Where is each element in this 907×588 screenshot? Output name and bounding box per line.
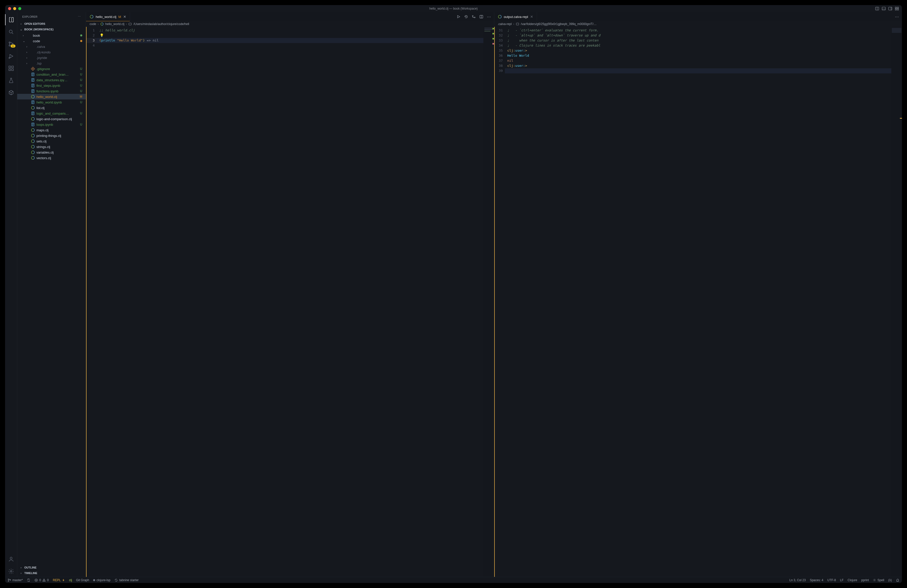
tree-file[interactable]: loops.ipynbU (17, 122, 86, 127)
section-open-editors[interactable]: ›OPEN EDITORS (17, 21, 86, 27)
tree-folder[interactable]: ›.clj-kondo (17, 49, 86, 55)
tree-file[interactable]: strings.clj (17, 144, 86, 149)
tree-file[interactable]: hello_world.ipynbU (17, 99, 86, 105)
activity-run[interactable] (5, 51, 17, 62)
layout-customize-icon[interactable] (895, 6, 899, 11)
tree-file[interactable]: vectors.clj (17, 155, 86, 161)
more-icon[interactable]: ⋯ (895, 14, 899, 19)
close-tab-icon[interactable]: ✕ (123, 15, 126, 19)
minimap[interactable] (891, 27, 902, 577)
tree-file[interactable]: list.clj (17, 105, 86, 111)
activity-scm[interactable]: 11 (5, 38, 17, 50)
file-name: maps.clj (37, 128, 77, 132)
file-icon (31, 150, 35, 154)
tree-folder[interactable]: ⌄code (17, 38, 86, 44)
tree-folder[interactable]: ›.calva (17, 44, 86, 49)
code-content[interactable]: ; - `ctrl+enter` evaluates the current f… (505, 27, 891, 577)
minimize-window-button[interactable] (13, 7, 16, 10)
tree-file[interactable]: maps.clj (17, 127, 86, 133)
code-editor-right[interactable]: 313233343536373839 ; - `ctrl+enter` eval… (494, 27, 902, 577)
breadcrumbs-left[interactable]: code› hello_world.clj› /Users/mindaslab/… (86, 21, 494, 27)
file-icon (27, 34, 31, 37)
code-content[interactable]: ;; hello_world.clj 💡 (println "Hello Wor… (97, 27, 483, 577)
section-outline[interactable]: ›OUTLINE (17, 565, 86, 570)
breadcrumbs-right[interactable]: .calva-repl› /var/folders/g6/25gg5f0x0r1… (494, 21, 902, 27)
tree-file[interactable]: variables.clj (17, 149, 86, 155)
section-timeline[interactable]: ›TIMELINE (17, 570, 86, 576)
tree-file[interactable]: logic-and-comparison.clj (17, 116, 86, 122)
activity-settings[interactable] (5, 566, 17, 577)
tree-file[interactable]: condition_and_bran…U (17, 72, 86, 77)
code-editor-left[interactable]: 1234 ;; hello_world.clj 💡 (println "Hell… (86, 27, 494, 577)
tree-file[interactable]: .gitignoreU (17, 66, 86, 72)
section-workspace[interactable]: ⌄BOOK (WORKSPACE) (17, 27, 86, 32)
activity-package[interactable] (5, 87, 17, 98)
svg-rect-7 (897, 7, 899, 8)
tree-file[interactable]: data_structures.ipy…U (17, 77, 86, 83)
zoom-window-button[interactable] (18, 7, 21, 10)
sidebar-more-icon[interactable]: ⋯ (78, 15, 81, 18)
file-name: variables.clj (37, 151, 77, 154)
svg-point-13 (9, 45, 10, 46)
tree-file[interactable]: functions.ipynbU (17, 88, 86, 94)
file-icon (31, 89, 35, 93)
tab-hello-world[interactable]: hello_world.clj M ✕ (86, 12, 130, 21)
status-item-right-7[interactable]: (λ) (888, 578, 892, 582)
status-git-graph[interactable]: Git Graph (76, 578, 89, 582)
close-tab-icon[interactable]: ✕ (530, 15, 533, 19)
status-bar: master*0 0REPL cljGit Graph clojure-lsp … (5, 577, 902, 583)
svg-rect-70 (129, 23, 131, 25)
file-status: M (79, 95, 82, 98)
tree-folder[interactable]: ›book (17, 33, 86, 38)
file-name: book (33, 34, 79, 37)
activity-search[interactable] (5, 26, 17, 37)
status-repl[interactable]: REPL (53, 578, 65, 582)
status-sync[interactable] (27, 578, 30, 582)
namespace-icon (128, 22, 132, 26)
activity-account[interactable] (5, 554, 17, 565)
file-name: condition_and_bran… (37, 73, 77, 77)
tree-folder[interactable]: ›.lsp (17, 61, 86, 66)
file-name: strings.clj (37, 145, 77, 149)
activity-test[interactable] (5, 75, 17, 86)
svg-rect-18 (9, 69, 11, 70)
minimap[interactable] (483, 27, 494, 577)
tree-file[interactable]: logic_and_comparis…U (17, 111, 86, 116)
more-icon[interactable]: ⋯ (487, 14, 491, 19)
status-item-right-8[interactable] (896, 578, 899, 582)
status-problems[interactable]: 0 0 (34, 578, 49, 582)
status-item-right-2[interactable]: UTF-8 (827, 578, 836, 582)
file-status: U (79, 89, 82, 93)
tree-file[interactable]: hello_world.cljM (17, 94, 86, 99)
file-status: U (79, 84, 82, 87)
tab-status: M (119, 15, 121, 19)
status-tabnine[interactable]: tabnine starter (114, 578, 139, 582)
tree-file[interactable]: sets.clj (17, 138, 86, 144)
activity-extensions[interactable] (5, 63, 17, 74)
file-name: functions.ipynb (37, 89, 77, 93)
tree-file[interactable]: printing-things.clj (17, 133, 86, 138)
activity-explorer[interactable] (5, 14, 17, 25)
status-item-right-6[interactable]: Spell (873, 578, 884, 582)
file-name: logic_and_comparis… (37, 112, 77, 115)
status-item-right-4[interactable]: Clojure (848, 578, 857, 582)
status-clj[interactable]: clj (69, 578, 72, 582)
layout-panel-icon[interactable] (875, 6, 879, 11)
layout-right-icon[interactable] (888, 6, 892, 11)
run-icon[interactable] (457, 15, 461, 19)
split-icon[interactable] (479, 15, 483, 19)
status-clojure-lsp[interactable]: clojure-lsp (93, 578, 111, 582)
close-window-button[interactable] (8, 7, 11, 10)
status-item-right-0[interactable]: Ln 3, Col 23 (789, 578, 806, 582)
tree-folder[interactable]: ›.joyride (17, 55, 86, 61)
status-item-right-3[interactable]: LF (840, 578, 843, 582)
layout-bottom-icon[interactable] (882, 6, 886, 11)
history-icon[interactable] (464, 15, 468, 19)
file-icon (31, 45, 35, 48)
status-item-right-1[interactable]: Spaces: 4 (810, 578, 823, 582)
status-item-right-5[interactable]: pprint (861, 578, 869, 582)
status-branch[interactable]: master* (8, 578, 23, 582)
compare-icon[interactable] (472, 15, 476, 19)
tab-output-repl[interactable]: output.calva-repl ✕ (494, 12, 537, 21)
tree-file[interactable]: first_steps.ipynbU (17, 83, 86, 88)
